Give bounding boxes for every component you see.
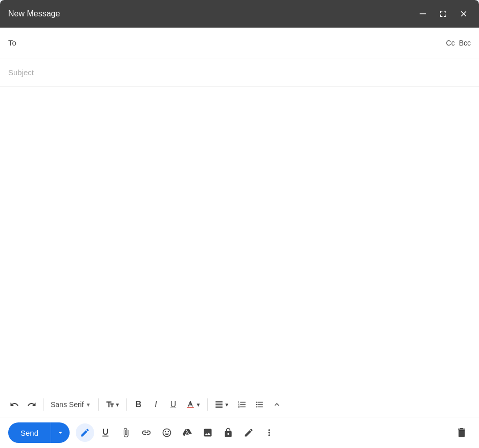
align-arrow: ▼ bbox=[224, 402, 229, 408]
drive-button[interactable] bbox=[178, 423, 197, 442]
photo-icon bbox=[203, 428, 213, 438]
font-color-arrow: ▼ bbox=[195, 402, 201, 408]
send-dropdown-arrow-icon bbox=[56, 429, 64, 437]
header-actions bbox=[416, 7, 471, 21]
link-button[interactable] bbox=[137, 423, 156, 442]
to-input[interactable] bbox=[25, 38, 442, 47]
numbered-list-button[interactable] bbox=[234, 395, 250, 414]
bottom-bar: Send bbox=[0, 417, 479, 448]
attach-icon bbox=[121, 428, 131, 438]
emoji-button[interactable] bbox=[158, 423, 176, 442]
compose-window: New Message To Cc Bcc bbox=[0, 0, 479, 448]
font-color-button[interactable]: ▼ bbox=[182, 395, 204, 414]
body-area bbox=[0, 86, 479, 392]
more-formatting-button[interactable] bbox=[269, 395, 285, 414]
to-label: To bbox=[8, 38, 18, 47]
bulleted-list-icon bbox=[255, 400, 264, 409]
more-formatting-icon bbox=[272, 400, 281, 409]
format-toolbar: Sans Serif ▼ ▼ B I U bbox=[0, 392, 479, 417]
to-row: To Cc Bcc bbox=[0, 28, 479, 58]
expand-button[interactable] bbox=[436, 7, 450, 21]
undo-button[interactable] bbox=[6, 395, 23, 414]
font-underline-button[interactable] bbox=[96, 423, 115, 442]
separator-3 bbox=[126, 398, 127, 411]
more-options-button[interactable] bbox=[260, 423, 278, 442]
formatting-toggle-button[interactable] bbox=[76, 423, 94, 442]
separator-1 bbox=[43, 398, 43, 411]
svg-rect-0 bbox=[420, 13, 426, 14]
font-size-icon bbox=[105, 400, 115, 409]
emoji-icon bbox=[162, 428, 172, 438]
font-underline-icon bbox=[100, 428, 111, 438]
discard-button[interactable] bbox=[452, 423, 471, 442]
cc-bcc-group: Cc Bcc bbox=[446, 39, 471, 47]
subject-row bbox=[0, 58, 479, 86]
bold-icon: B bbox=[136, 400, 142, 409]
italic-icon: I bbox=[155, 400, 157, 409]
minimize-icon bbox=[418, 9, 427, 18]
expand-icon bbox=[439, 9, 448, 18]
signature-icon bbox=[244, 428, 254, 438]
bold-button[interactable]: B bbox=[130, 395, 146, 414]
align-button[interactable]: ▼ bbox=[211, 395, 233, 414]
body-editor[interactable] bbox=[8, 93, 471, 386]
formatting-icon bbox=[80, 428, 90, 438]
signature-button[interactable] bbox=[239, 423, 258, 442]
underline-button[interactable]: U bbox=[165, 395, 181, 414]
bulleted-list-button[interactable] bbox=[251, 395, 268, 414]
font-dropdown-arrow: ▼ bbox=[86, 402, 91, 408]
attach-button[interactable] bbox=[117, 423, 135, 442]
align-icon bbox=[214, 400, 224, 409]
svg-rect-1 bbox=[187, 407, 194, 408]
send-button-group: Send bbox=[8, 422, 70, 443]
font-size-button[interactable]: ▼ bbox=[102, 395, 124, 414]
more-options-icon bbox=[264, 428, 274, 438]
drive-icon bbox=[182, 428, 192, 438]
font-color-icon bbox=[186, 400, 195, 409]
separator-2 bbox=[98, 398, 99, 411]
italic-button[interactable]: I bbox=[147, 395, 164, 414]
undo-icon bbox=[10, 400, 19, 409]
font-selector[interactable]: Sans Serif ▼ bbox=[47, 395, 95, 414]
close-icon bbox=[459, 9, 468, 18]
confidential-button[interactable]: 1 bbox=[219, 423, 237, 442]
minimize-button[interactable] bbox=[416, 7, 430, 21]
redo-icon bbox=[27, 400, 36, 409]
compose-title: New Message bbox=[8, 9, 60, 18]
subject-input[interactable] bbox=[8, 68, 471, 77]
numbered-list-icon bbox=[237, 400, 247, 409]
svg-text:1: 1 bbox=[228, 434, 229, 437]
separator-4 bbox=[207, 398, 208, 411]
confidential-icon: 1 bbox=[223, 428, 233, 438]
underline-icon: U bbox=[170, 400, 177, 409]
link-icon bbox=[141, 428, 151, 438]
photo-button[interactable] bbox=[199, 423, 217, 442]
cc-button[interactable]: Cc bbox=[446, 39, 455, 47]
send-dropdown-button[interactable] bbox=[51, 422, 70, 443]
font-name: Sans Serif bbox=[51, 400, 84, 409]
close-button[interactable] bbox=[456, 7, 471, 21]
font-size-arrow: ▼ bbox=[115, 402, 120, 408]
bcc-button[interactable]: Bcc bbox=[459, 39, 471, 47]
redo-button[interactable] bbox=[24, 395, 40, 414]
trash-icon bbox=[455, 427, 468, 439]
send-button[interactable]: Send bbox=[8, 422, 51, 443]
compose-header: New Message bbox=[0, 0, 479, 28]
